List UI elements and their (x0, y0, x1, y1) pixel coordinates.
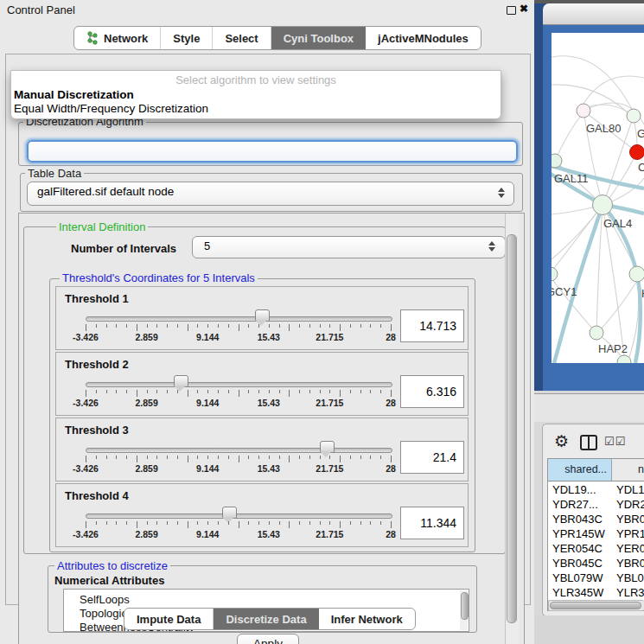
threshold-3-slider-track[interactable] (86, 448, 392, 453)
table-row[interactable]: YER054CYER0 (548, 542, 644, 557)
threshold-1-slider-ticks (86, 324, 391, 332)
algorithm-dropdown-prompt[interactable]: Select algorithm to view settings (11, 73, 501, 86)
network-node-GCY1[interactable] (552, 267, 558, 281)
network-node-bottom[interactable] (617, 355, 631, 363)
number-of-intervals-combo-arrows-icon[interactable] (488, 241, 495, 252)
cell-shared-name: YBR043C (552, 513, 603, 526)
table-data-combo-arrows-icon[interactable] (498, 188, 505, 198)
network-node-red[interactable] (630, 145, 644, 160)
control-panel-titlebar[interactable]: Control Panel ✖ (0, 0, 534, 20)
tab-jactivemnodules[interactable]: jActiveMNodules (366, 27, 481, 49)
checked-checkboxes-icon[interactable]: ☑☑ (604, 435, 626, 448)
network-canvas[interactable]: GAL80GACGAL11GAL4GCY1HHAP2 (552, 33, 644, 363)
network-node-H[interactable] (629, 266, 644, 282)
table-row[interactable]: YBR045CYBR0 (548, 557, 644, 571)
tab-discretize-data[interactable]: Discretize Data (214, 609, 318, 629)
cell-shared-name: YDL19... (552, 483, 596, 496)
table-row[interactable]: YBL079WYBL0 (548, 571, 644, 586)
network-label-C: C (638, 161, 644, 174)
threshold-1-panel: Threshold 1 -3.4262.8599.14415.4321.7152… (55, 286, 469, 350)
network-label-GA: GA (637, 127, 644, 140)
threshold-3-panel: Threshold 3 -3.4262.8599.14415.4321.7152… (55, 418, 469, 481)
threshold-4-slider-track[interactable] (86, 513, 392, 519)
network-node-HAP2[interactable] (590, 326, 603, 340)
number-of-intervals-value: 5 (204, 239, 210, 252)
dropdown-option-equal-width-frequency[interactable]: Equal Width/Frequency Discretization (14, 102, 208, 115)
cell-name: YER0 (616, 542, 644, 555)
tab-infer-network[interactable]: Infer Network (319, 609, 415, 629)
table-horizontal-scrollbar-thumb[interactable] (550, 602, 641, 609)
list-item-selfloops[interactable]: SelfLoops (80, 593, 130, 606)
apply-button[interactable]: Apply (237, 634, 299, 644)
thresholds-coordinates-group-label: Threshold's Coordinates for 5 Intervals (60, 271, 258, 284)
interval-definition-group-label: Interval Definition (56, 220, 148, 233)
control-panel-window: Control Panel ✖ Network Style (0, 0, 535, 644)
threshold-2-slider-thumb[interactable] (174, 375, 188, 387)
table-row[interactable]: YBR043CYBR0 (548, 513, 644, 527)
network-node-GAL4[interactable] (593, 195, 613, 215)
tab-style[interactable]: Style (161, 27, 213, 49)
network-label-HAP2: HAP2 (598, 342, 628, 355)
tab-select-label: Select (225, 32, 258, 45)
cell-shared-name: YBL079W (552, 571, 603, 584)
gear-icon[interactable]: ⚙ (554, 431, 569, 450)
float-window-icon[interactable] (507, 6, 516, 15)
network-node-GAL11[interactable] (552, 154, 562, 168)
cell-name: YBR0 (616, 557, 644, 570)
tab-impute-data[interactable]: Impute Data (124, 609, 214, 629)
attributes-list-scrollbar-thumb[interactable] (461, 592, 469, 620)
bottom-tab-bar: Impute Data Discretize Data Infer Networ… (124, 608, 416, 630)
network-edge[interactable] (600, 281, 637, 330)
tab-network[interactable]: Network (74, 27, 161, 49)
threshold-4-value-field[interactable]: 11.344 (400, 507, 464, 539)
threshold-3-slider-ticks (86, 456, 391, 463)
column-header-name[interactable]: na (612, 459, 644, 481)
cell-name: YBR0 (616, 513, 644, 526)
number-of-intervals-combobox[interactable] (192, 236, 506, 258)
network-label-GAL11: GAL11 (554, 172, 589, 185)
window-title: Control Panel (7, 3, 75, 16)
threshold-4-slider-thumb[interactable] (222, 507, 237, 519)
table-data-selected-value: galFiltered.sif default node (37, 185, 174, 198)
network-edge[interactable] (583, 76, 644, 104)
threshold-1-value-field[interactable]: 14.713 (400, 309, 464, 342)
table-data-group-label: Table Data (25, 167, 84, 180)
threshold-2-slider-track[interactable] (86, 382, 392, 387)
network-node-GAL80[interactable] (577, 104, 590, 118)
threshold-3-value-field[interactable]: 21.4 (400, 441, 464, 474)
column-layout-icon[interactable] (580, 435, 597, 450)
close-icon[interactable]: ✖ (520, 3, 528, 15)
threshold-1-slider-thumb[interactable] (255, 309, 270, 322)
cyni-toolbox-panel: Discretization Algorithm Table Data galF… (5, 54, 531, 605)
table-row[interactable]: YLR345WYLR3 (548, 586, 644, 601)
table-panel-titlebar[interactable]: Table Panel (534, 393, 644, 422)
threshold-1-slider-track[interactable] (86, 316, 392, 322)
threshold-2-label: Threshold 2 (65, 358, 129, 371)
threshold-1-label: Threshold 1 (65, 292, 129, 305)
network-edge[interactable] (552, 56, 632, 109)
network-window-titlebar[interactable] (543, 3, 644, 25)
attributes-list-scrollbar[interactable] (460, 590, 468, 630)
table-row[interactable]: YDL19...YDL1 (548, 483, 644, 498)
column-header-shared-name[interactable]: shared... (548, 459, 612, 481)
tab-select[interactable]: Select (213, 27, 271, 49)
attributes-to-discretize-group-label: Attributes to discretize (54, 559, 170, 572)
threshold-4-panel: Threshold 4 -3.4262.8599.14415.4321.7152… (55, 483, 469, 547)
tab-jactivemnodules-label: jActiveMNodules (378, 32, 469, 45)
network-edge[interactable] (555, 113, 583, 161)
table-row[interactable]: YPR145WYPR1 (548, 527, 644, 542)
node-table: shared... na YDL19...YDL1 YDR27...YDR2 Y… (547, 458, 644, 611)
algorithm-combobox[interactable] (27, 140, 518, 163)
dropdown-option-manual-discretization[interactable]: Manual Discretization (14, 88, 134, 101)
network-icon (86, 31, 99, 45)
table-row[interactable]: YDR27...YDR2 (548, 498, 644, 513)
settings-scrollbar-thumb[interactable] (507, 234, 517, 623)
threshold-3-slider-thumb[interactable] (320, 441, 335, 453)
threshold-4-slider-ticks (86, 521, 391, 529)
cell-shared-name: YDR27... (552, 498, 598, 511)
tab-cyni-toolbox[interactable]: Cyni Toolbox (271, 27, 366, 49)
threshold-2-value-field[interactable]: 6.316 (400, 375, 464, 408)
numerical-attributes-label: Numerical Attributes (54, 574, 164, 587)
table-header-row: shared... na (548, 459, 644, 481)
network-node-GA[interactable] (627, 109, 641, 123)
